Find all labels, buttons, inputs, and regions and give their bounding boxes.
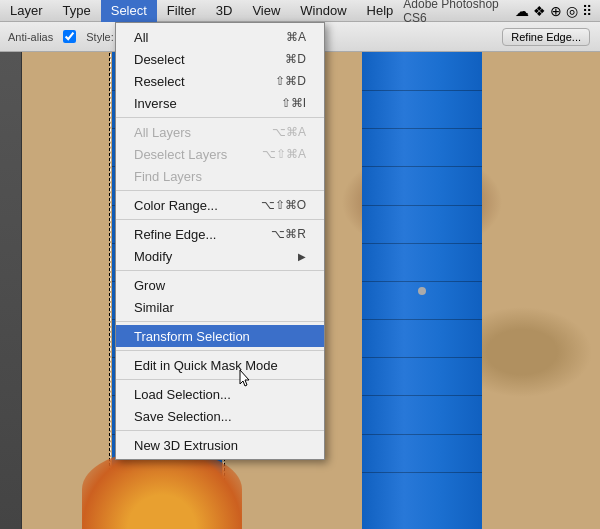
app-title: Adobe Photoshop CS6	[403, 0, 505, 25]
menu-item-3d[interactable]: 3D	[206, 0, 243, 22]
menu-item-all[interactable]: All ⌘A	[116, 26, 324, 48]
menu-section-2: All Layers ⌥⌘A Deselect Layers ⌥⇧⌘A Find…	[116, 118, 324, 191]
menu-item-modify[interactable]: Modify ▶	[116, 245, 324, 267]
cloud-icons: ☁ ❖ ⊕ ◎ ⠿	[515, 3, 592, 19]
style-label: Style:	[86, 31, 114, 43]
menu-section-9: New 3D Extrusion	[116, 431, 324, 459]
menu-item-inverse[interactable]: Inverse ⇧⌘I	[116, 92, 324, 114]
menu-item-quick-mask[interactable]: Edit in Quick Mask Mode	[116, 354, 324, 376]
shutter-right	[362, 52, 482, 529]
refine-edge-button[interactable]: Refine Edge...	[502, 28, 590, 46]
menu-section-4: Refine Edge... ⌥⌘R Modify ▶	[116, 220, 324, 271]
antialias-checkbox[interactable]	[63, 30, 76, 43]
menu-item-filter[interactable]: Filter	[157, 0, 206, 22]
flowers	[82, 449, 242, 529]
toolbar-left	[0, 52, 22, 529]
menu-item-new-3d-extrusion[interactable]: New 3D Extrusion	[116, 434, 324, 456]
menu-item-refine-edge[interactable]: Refine Edge... ⌥⌘R	[116, 223, 324, 245]
menu-item-deselect[interactable]: Deselect ⌘D	[116, 48, 324, 70]
menu-section-8: Load Selection... Save Selection...	[116, 380, 324, 431]
menu-item-grow[interactable]: Grow	[116, 274, 324, 296]
menu-item-save-selection[interactable]: Save Selection...	[116, 405, 324, 427]
menu-bar: Layer Type Select Filter 3D View Window …	[0, 0, 600, 22]
menu-item-view[interactable]: View	[242, 0, 290, 22]
menu-item-layer[interactable]: Layer	[0, 0, 53, 22]
menu-item-deselect-layers: Deselect Layers ⌥⇧⌘A	[116, 143, 324, 165]
menu-item-load-selection[interactable]: Load Selection...	[116, 383, 324, 405]
menu-item-find-layers: Find Layers	[116, 165, 324, 187]
menu-item-window[interactable]: Window	[290, 0, 356, 22]
menu-section-7: Edit in Quick Mask Mode	[116, 351, 324, 380]
menu-item-reselect[interactable]: Reselect ⇧⌘D	[116, 70, 324, 92]
antialias-label: Anti-alias	[8, 31, 53, 43]
menu-item-type[interactable]: Type	[53, 0, 101, 22]
menu-item-transform-selection[interactable]: Transform Selection	[116, 325, 324, 347]
menu-item-help[interactable]: Help	[357, 0, 404, 22]
menu-section-5: Grow Similar	[116, 271, 324, 322]
menu-section-1: All ⌘A Deselect ⌘D Reselect ⇧⌘D Inverse …	[116, 23, 324, 118]
menu-item-similar[interactable]: Similar	[116, 296, 324, 318]
menu-section-3: Color Range... ⌥⇧⌘O	[116, 191, 324, 220]
select-dropdown-menu: All ⌘A Deselect ⌘D Reselect ⇧⌘D Inverse …	[115, 22, 325, 460]
menu-item-color-range[interactable]: Color Range... ⌥⇧⌘O	[116, 194, 324, 216]
menu-section-6: Transform Selection	[116, 322, 324, 351]
menu-item-all-layers: All Layers ⌥⌘A	[116, 121, 324, 143]
menu-item-select[interactable]: Select	[101, 0, 157, 22]
